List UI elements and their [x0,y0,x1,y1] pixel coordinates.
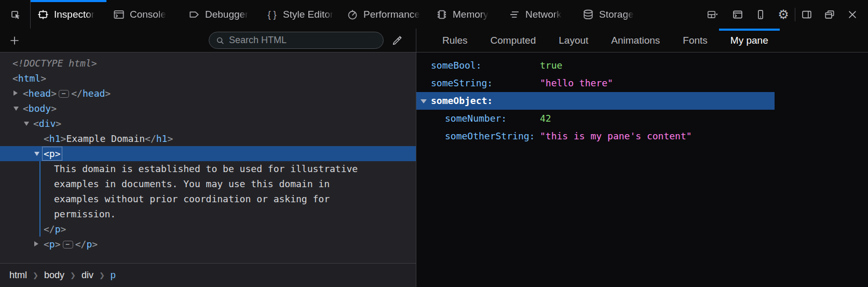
collapse-twisty-icon[interactable] [24,122,29,126]
tree-row-someObject[interactable]: someObject: [416,92,775,110]
tool-tab-console[interactable]: Console [106,0,182,29]
collapse-twisty-icon[interactable] [34,152,39,156]
collapse-twisty-icon[interactable] [421,99,427,103]
eyedropper-icon [391,35,403,46]
sidebar-tab-fonts[interactable]: Fonts [671,29,719,52]
responsive-mode-icon [755,9,766,20]
collapse-twisty-icon[interactable] [13,107,19,111]
sidebar-tab-layout[interactable]: Layout [547,29,600,52]
breadcrumb-chevron-icon: ❯ [70,271,76,279]
text-node-content: examples in documents. You may use this … [54,178,330,189]
markup-row-head[interactable]: <head>⋯</head> [0,86,416,101]
search-icon [215,36,225,45]
breadcrumb: html❯body❯div❯p [0,263,416,287]
breadcrumb-item-html[interactable]: html [5,268,31,283]
expand-twisty-icon[interactable] [34,241,38,246]
tool-tab-performance[interactable]: Performance [340,0,429,29]
style-editor-icon: { } [266,8,278,21]
tree-row-someNumber[interactable]: someNumber:42 [416,110,775,127]
breadcrumb-chevron-icon: ❯ [99,271,105,279]
sidebar-tab-computed[interactable]: Computed [479,29,548,52]
doctype-declaration: <!DOCTYPE html> [12,58,97,69]
debugger-icon [188,8,200,21]
eyedropper-button[interactable] [384,30,411,51]
tool-tab-style-editor[interactable]: { }Style Editor [260,0,340,29]
tool-tab-storage[interactable]: Storage [576,0,651,29]
tree-key: someBool: [431,57,540,74]
inspector-panel: <!DOCTYPE html><html><head>⋯</head><body… [0,29,416,287]
node-picker-button[interactable] [0,0,30,29]
performance-icon [346,8,359,21]
add-node-button[interactable] [3,30,26,51]
tree-value: 42 [540,110,551,127]
memory-icon [436,8,448,21]
tool-tab-network[interactable]: Network [502,0,576,29]
settings-button[interactable]: ⚙ [772,0,795,29]
markup-row-doctype[interactable]: <!DOCTYPE html> [0,56,416,71]
select-iframe-button[interactable] [699,0,726,29]
tool-tab-label: Memory [453,9,489,20]
breadcrumb-item-div[interactable]: div [77,268,98,283]
markup-row-div[interactable]: <div> [0,116,416,131]
toolbar-right-buttons: ⚙ [699,0,868,29]
child-guide-line [39,176,40,191]
search-box [209,32,384,49]
markup-text-line[interactable]: examples without prior coordination or a… [0,191,416,206]
markup-row-html[interactable]: <html> [0,71,416,86]
my-pane-tree: someBool:truesomeString:"hello there"som… [416,53,868,287]
close-button[interactable] [841,0,864,29]
separate-window-icon [824,9,835,20]
inspector-icon [37,8,49,21]
markup-row-body[interactable]: <body> [0,101,416,116]
tool-tab-label: Performance [363,9,420,20]
tree-row-someOtherString[interactable]: someOtherString:"this is my pane's conte… [416,127,775,145]
tool-tab-inspector[interactable]: Inspector [31,0,106,29]
tool-tab-debugger[interactable]: Debugger [182,0,260,29]
tree-key: someOtherString: [445,127,540,145]
tree-row-someString[interactable]: someString:"hello there" [416,74,775,92]
separate-window-button[interactable] [818,0,841,29]
tool-tabs: InspectorConsoleDebugger{ }Style EditorP… [31,0,651,29]
tree-key: someString: [431,74,540,92]
console-icon [113,8,125,21]
text-node-content: examples without prior coordination or a… [54,193,330,204]
markup-row-p[interactable]: <p>⋯</p> [0,237,416,252]
markup-text-line[interactable]: examples in documents. You may use this … [0,176,416,191]
text-node-content: This domain is established to be used fo… [54,163,358,174]
markup-row-p[interactable]: <p> [0,146,416,161]
responsive-design-mode-button[interactable] [749,0,772,29]
storage-icon [582,8,594,21]
markup-text-line[interactable]: This domain is established to be used fo… [0,161,416,176]
devtools-toolbox-tabbar: InspectorConsoleDebugger{ }Style EditorP… [0,0,868,29]
markup-view: <!DOCTYPE html><html><head>⋯</head><body… [0,53,416,263]
dock-side-icon [801,9,812,20]
network-icon [508,8,521,21]
tool-tab-label: Debugger [205,9,248,20]
collapsed-ellipsis-badge[interactable]: ⋯ [63,241,73,249]
breadcrumb-item-p[interactable]: p [106,268,120,283]
tree-row-someBool[interactable]: someBool:true [416,57,775,74]
dock-to-side-button[interactable] [795,0,818,29]
tree-value: "hello there" [540,74,613,92]
child-guide-line [39,206,40,221]
search-input[interactable] [229,35,377,46]
markup-row-p[interactable]: </p> [0,221,416,237]
element-text-content: Example Domain [66,133,145,144]
close-icon [847,9,858,20]
sidebar-tab-rules[interactable]: Rules [431,29,479,52]
markup-text-line[interactable]: permission. [0,206,416,221]
node-picker-icon [9,9,21,20]
child-guide-line [39,221,40,237]
split-console-button[interactable] [726,0,749,29]
sidebar-panel: RulesComputedLayoutAnimationsFontsMy pan… [416,29,868,287]
sidebar-tab-my-pane[interactable]: My pane [719,29,780,52]
tool-tab-label: Storage [599,9,634,20]
expand-twisty-icon[interactable] [13,90,18,96]
markup-row-h1[interactable]: <h1>Example Domain</h1> [0,131,416,146]
sidebar-tab-animations[interactable]: Animations [600,29,671,52]
inspector-toolbar [0,29,416,53]
breadcrumb-item-body[interactable]: body [40,268,69,283]
tree-key: someNumber: [445,110,540,127]
tool-tab-memory[interactable]: Memory [429,0,502,29]
collapsed-ellipsis-badge[interactable]: ⋯ [59,90,69,98]
